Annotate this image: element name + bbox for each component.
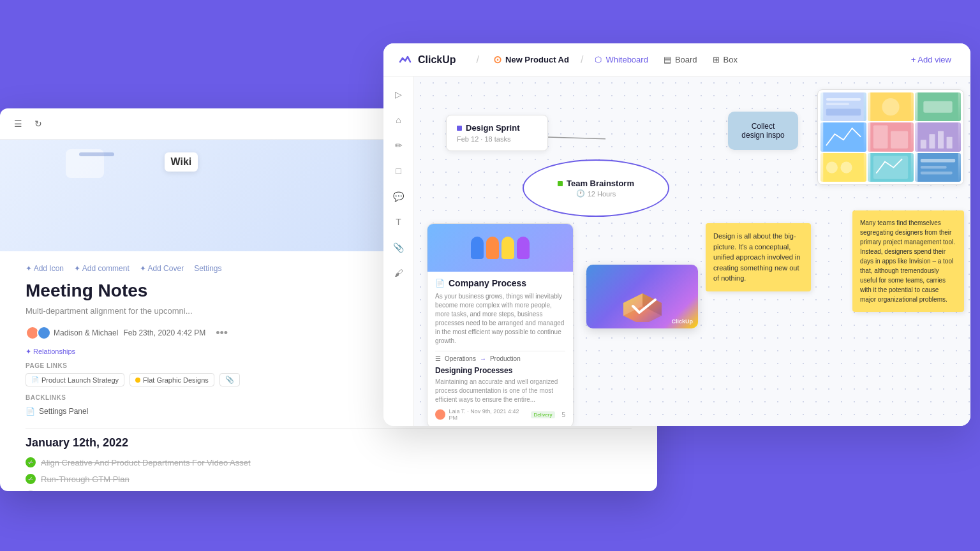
- avatar-group: [26, 326, 48, 340]
- check-2: ✓: [26, 474, 36, 484]
- project-icon: ⊙: [493, 54, 501, 66]
- toolbar-shape[interactable]: □: [389, 161, 409, 181]
- backlink-text: Settings Panel: [39, 407, 88, 416]
- img-thumb-5: [868, 122, 914, 151]
- whiteboard-label: Whiteboard: [605, 55, 648, 64]
- hamburger-icon[interactable]: ☰: [10, 116, 26, 131]
- avatar-2: [37, 326, 51, 340]
- node-images-grid[interactable]: [817, 89, 964, 185]
- box-label: Box: [724, 55, 738, 64]
- svg-rect-26: [921, 172, 953, 175]
- toolbar-text[interactable]: T: [389, 212, 409, 232]
- page-link-attach[interactable]: 📎: [219, 373, 240, 386]
- svg-rect-15: [929, 134, 935, 149]
- cp-title: 📄 Company Process: [435, 278, 565, 288]
- toolbar-chat[interactable]: 💬: [389, 186, 409, 207]
- attach-icon: 📎: [225, 376, 234, 384]
- settings-action[interactable]: Settings: [194, 264, 221, 273]
- board-icon: ▤: [664, 55, 671, 64]
- design-sprint-meta: Feb 12 · 18 tasks: [457, 135, 537, 143]
- tab-board[interactable]: ▤ Board: [657, 51, 704, 68]
- board-label: Board: [675, 55, 697, 64]
- divider: [26, 428, 632, 429]
- nav-project[interactable]: ⊙ New Product Ad: [487, 50, 575, 70]
- relationships-link[interactable]: ✦ Relationships: [26, 348, 75, 356]
- brainstorm-meta: 🕐 12 Hours: [576, 189, 616, 198]
- date-heading: January 12th, 2022: [26, 436, 632, 450]
- clickup-img-inner: ClickUp: [586, 265, 698, 328]
- page-link-strategy[interactable]: 📄 Product Launch Strategy: [26, 373, 124, 386]
- refresh-icon[interactable]: ↻: [31, 116, 46, 131]
- box-icon: ⊞: [713, 55, 720, 64]
- img-thumb-1: [820, 92, 866, 121]
- svg-point-19: [826, 161, 838, 173]
- add-icon-action[interactable]: ✦ Add Icon: [26, 264, 64, 273]
- svg-rect-1: [823, 92, 863, 121]
- checklist-item-3[interactable]: Review Copy Snippet With All Stakeholder…: [26, 489, 632, 491]
- sticky-2-text: Many teams find themselves segregating d…: [860, 219, 955, 303]
- add-comment-action[interactable]: ✦ Add comment: [74, 264, 130, 273]
- cp-section-text: Maintaining an accurate and well organiz…: [435, 378, 565, 404]
- cp-footer: Laia T. · Nov 9th, 2021 4:42 PM Delivery…: [435, 408, 565, 421]
- backlink-icon: 📄: [26, 407, 35, 416]
- cp-body: 📄 Company Process As your business grows…: [427, 272, 573, 426]
- svg-rect-2: [826, 98, 861, 101]
- cp-body-text: As your business grows, things will inev…: [435, 292, 565, 346]
- cp-hero: [427, 224, 573, 272]
- toolbar-attach[interactable]: 📎: [389, 237, 409, 258]
- cp-footer-text: Laia T. · Nov 9th, 2021 4:42 PM: [449, 408, 527, 421]
- svg-rect-8: [923, 101, 952, 113]
- svg-rect-11: [873, 126, 888, 149]
- svg-rect-17: [947, 137, 953, 149]
- add-cover-action[interactable]: ✦ Add Cover: [140, 264, 184, 273]
- whiteboard-panel: ClickUp / ⊙ New Product Ad / ⬡ Whiteboar…: [383, 43, 970, 426]
- nav-bar: ClickUp / ⊙ New Product Ad / ⬡ Whiteboar…: [383, 43, 970, 77]
- svg-rect-24: [921, 159, 955, 162]
- tag-dot: [135, 378, 140, 383]
- logo-text: ClickUp: [418, 54, 456, 66]
- toolbar-pen[interactable]: ✏: [389, 135, 409, 156]
- project-name: New Product Ad: [505, 55, 569, 64]
- side-toolbar: ▷ ⌂ ✏ □ 💬 T 📎 🖌: [383, 77, 414, 426]
- svg-rect-16: [938, 131, 944, 149]
- node-company-process[interactable]: 📄 Company Process As your business grows…: [427, 223, 574, 426]
- figure-4: [517, 237, 530, 259]
- svg-rect-22: [873, 156, 908, 179]
- node-brainstorm[interactable]: Team Brainstorm 🕐 12 Hours: [523, 159, 669, 217]
- check-1: ✓: [26, 457, 36, 467]
- toolbar-brush[interactable]: 🖌: [389, 263, 409, 283]
- svg-rect-4: [826, 108, 861, 115]
- brainstorm-title: Team Brainstorm: [558, 179, 634, 188]
- doc-more[interactable]: •••: [216, 327, 228, 340]
- cp-badge: Delivery: [531, 411, 556, 418]
- page-link-label-2: Flat Graphic Designs: [143, 376, 209, 384]
- page-link-label-1: Product Launch Strategy: [41, 376, 119, 384]
- brainstorm-ellipse: Team Brainstorm 🕐 12 Hours: [523, 159, 669, 217]
- page-link-design[interactable]: Flat Graphic Designs: [130, 373, 214, 386]
- img-thumb-6: [915, 122, 961, 151]
- toolbar-home[interactable]: ⌂: [389, 110, 409, 130]
- clickup-icon: [396, 51, 414, 69]
- checklist-text-1: Align Creative And Product Departments F…: [41, 458, 251, 467]
- svg-rect-9: [823, 122, 863, 151]
- svg-rect-3: [826, 103, 849, 105]
- hero-bg-line: [79, 152, 114, 156]
- svg-rect-25: [921, 166, 947, 169]
- img-thumb-9: [915, 153, 961, 182]
- sticky-note-2[interactable]: Many teams find themselves segregating d…: [852, 210, 964, 312]
- tab-whiteboard[interactable]: ⬡ Whiteboard: [588, 51, 654, 68]
- add-view-button[interactable]: + Add view: [905, 51, 958, 68]
- checklist-item-2[interactable]: ✓ Run-Through GTM Plan: [26, 473, 632, 485]
- checklist-item-1[interactable]: ✓ Align Creative And Product Departments…: [26, 456, 632, 469]
- whiteboard-canvas: Design Sprint Feb 12 · 18 tasks Collect …: [414, 77, 970, 426]
- img-thumb-8: [868, 153, 914, 182]
- doc-date: Feb 23th, 2020 4:42 PM: [123, 328, 205, 337]
- toolbar-cursor[interactable]: ▷: [389, 84, 409, 105]
- node-design-sprint[interactable]: Design Sprint Feb 12 · 18 tasks: [446, 115, 548, 151]
- figure-1: [471, 237, 484, 259]
- node-collect-inspo[interactable]: Collect design inspo: [728, 112, 798, 150]
- tab-box[interactable]: ⊞ Box: [706, 51, 744, 68]
- page-icon: 📄: [31, 376, 39, 383]
- node-clickup-image[interactable]: ClickUp: [586, 265, 698, 328]
- sticky-note-1[interactable]: Design is all about the big-picture. It'…: [706, 223, 811, 291]
